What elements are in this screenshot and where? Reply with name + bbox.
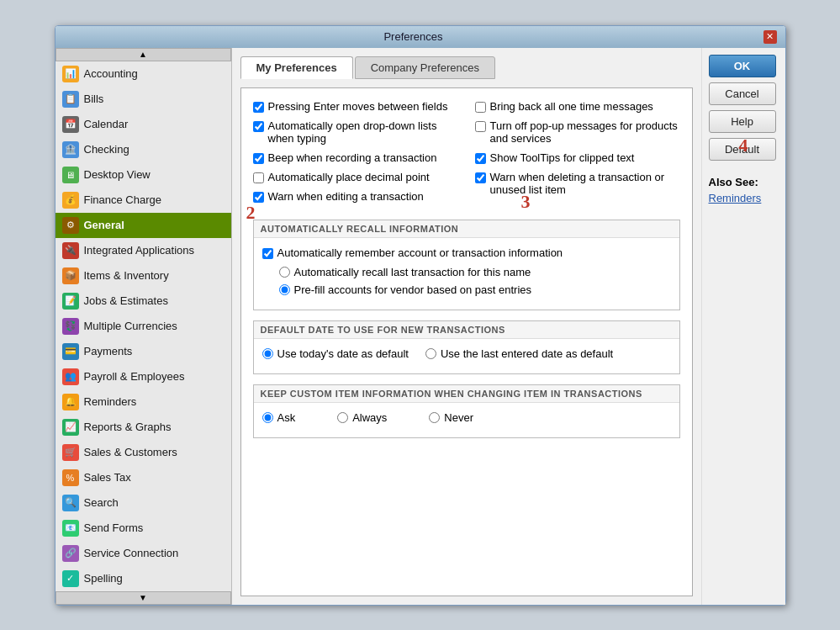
sidebar-item-bills[interactable]: 📋 Bills bbox=[55, 87, 231, 112]
tabs: My Preferences Company Preferences bbox=[240, 56, 693, 79]
sidebar-icon: 📊 bbox=[62, 66, 79, 82]
main-content: My Preferences Company Preferences Press… bbox=[232, 48, 701, 605]
sidebar-icon: 🔌 bbox=[62, 242, 79, 259]
sidebar-item-send-forms[interactable]: 📧 Send Forms bbox=[55, 516, 231, 541]
sidebar-item-label: Spelling bbox=[84, 572, 123, 585]
sidebar-icon: 💳 bbox=[62, 343, 79, 360]
tab-company-preferences[interactable]: Company Preferences bbox=[355, 56, 495, 79]
help-button[interactable]: Help bbox=[709, 110, 776, 133]
sidebar-icon: 💰 bbox=[62, 192, 79, 209]
pref-checkbox[interactable]: Beep when recording a transaction bbox=[253, 151, 458, 164]
date-radio[interactable]: Use today's date as default bbox=[262, 347, 409, 360]
sidebar-icon: 🖥 bbox=[62, 167, 79, 183]
pref-checkbox[interactable]: Bring back all one time messages bbox=[475, 100, 680, 113]
sidebar-item-general[interactable]: ⚙ General bbox=[55, 213, 231, 238]
sidebar-item-finance-charge[interactable]: 💰 Finance Charge bbox=[55, 188, 231, 213]
sidebar: ▲ 📊 Accounting 📋 Bills 📅 Calendar 🏦 Chec… bbox=[55, 48, 232, 605]
sidebar-icon: 📅 bbox=[62, 116, 79, 133]
default-date-title: DEFAULT DATE TO USE FOR NEW TRANSACTIONS bbox=[254, 321, 679, 339]
keep-custom-radio[interactable]: Ask bbox=[262, 411, 296, 424]
auto-remember-checkbox[interactable]: Automatically remember account or transa… bbox=[262, 246, 671, 259]
sidebar-item-label: Finance Charge bbox=[84, 193, 162, 206]
sidebar-item-spelling[interactable]: ✓ Spelling bbox=[55, 566, 231, 591]
content-area: Pressing Enter moves between fieldsAutom… bbox=[240, 87, 693, 596]
sidebar-item-checking[interactable]: 🏦 Checking bbox=[55, 137, 231, 162]
sidebar-item-service-connection[interactable]: 🔗 Service Connection bbox=[55, 541, 231, 566]
pref-checkbox[interactable]: Automatically place decimal point bbox=[253, 171, 458, 183]
sidebar-item-multiple-currencies[interactable]: 💱 Multiple Currencies bbox=[55, 314, 231, 339]
sidebar-item-sales-customers[interactable]: 🛒 Sales & Customers bbox=[55, 440, 231, 465]
pref-col-left: Pressing Enter moves between fieldsAutom… bbox=[253, 100, 458, 209]
also-see-title: Also See: bbox=[709, 176, 779, 188]
right-panel: OK Cancel Help Default Also See: Reminde… bbox=[701, 48, 785, 605]
title-bar: Preferences ✕ bbox=[55, 26, 785, 48]
sidebar-item-items-inventory[interactable]: 📦 Items & Inventory bbox=[55, 263, 231, 289]
sidebar-icon: 📧 bbox=[62, 520, 79, 537]
sidebar-scroll-up[interactable]: ▲ bbox=[55, 48, 231, 61]
sidebar-item-payroll-employees[interactable]: 👥 Payroll & Employees bbox=[55, 364, 231, 389]
sidebar-list: 📊 Accounting 📋 Bills 📅 Calendar 🏦 Checki… bbox=[55, 61, 231, 591]
annotation-2: 2 bbox=[246, 202, 256, 224]
sidebar-icon: % bbox=[62, 469, 79, 486]
keep-custom-section: KEEP CUSTOM ITEM INFORMATION WHEN CHANGI… bbox=[253, 384, 680, 438]
sidebar-item-calendar[interactable]: 📅 Calendar bbox=[55, 112, 231, 137]
date-radio[interactable]: Use the last entered date as default bbox=[425, 347, 613, 360]
tab-my-preferences[interactable]: My Preferences bbox=[240, 56, 353, 79]
close-button[interactable]: ✕ bbox=[763, 30, 777, 44]
sidebar-item-label: Search bbox=[84, 496, 119, 509]
sidebar-icon: 🔍 bbox=[62, 495, 79, 511]
sidebar-icon: 📝 bbox=[62, 293, 79, 310]
also-see: Also See: Reminders bbox=[709, 176, 779, 204]
sidebar-item-label: General bbox=[84, 219, 124, 231]
sidebar-scroll-down[interactable]: ▼ bbox=[55, 591, 231, 605]
sidebar-item-label: Items & Inventory bbox=[84, 269, 169, 282]
sidebar-item-label: Send Forms bbox=[84, 521, 144, 534]
sidebar-icon: 📋 bbox=[62, 91, 79, 108]
annotation-3: 3 bbox=[521, 191, 531, 213]
sidebar-item-accounting[interactable]: 📊 Accounting bbox=[55, 61, 231, 87]
sidebar-item-desktop-view[interactable]: 🖥 Desktop View bbox=[55, 162, 231, 188]
sidebar-item-label: Bills bbox=[84, 93, 104, 105]
sidebar-icon: 🔗 bbox=[62, 545, 79, 562]
keep-custom-radio[interactable]: Never bbox=[429, 411, 473, 424]
annotation-4: 4 bbox=[739, 135, 748, 156]
auto-recall-section: AUTOMATICALLY RECALL INFORMATION Automat… bbox=[253, 220, 680, 310]
sidebar-icon: 🔔 bbox=[62, 394, 79, 410]
auto-recall-radio[interactable]: Pre-fill accounts for vendor based on pa… bbox=[279, 283, 671, 296]
auto-recall-radio[interactable]: Automatically recall last transaction fo… bbox=[279, 266, 671, 278]
sidebar-icon: 📈 bbox=[62, 419, 79, 436]
dialog-body: ▲ 📊 Accounting 📋 Bills 📅 Calendar 🏦 Chec… bbox=[55, 48, 785, 605]
sidebar-item-label: Sales & Customers bbox=[84, 446, 177, 458]
cancel-button[interactable]: Cancel bbox=[709, 82, 776, 105]
sidebar-item-jobs-estimates[interactable]: 📝 Jobs & Estimates bbox=[55, 289, 231, 314]
sidebar-item-label: Reminders bbox=[84, 395, 137, 408]
sidebar-item-search[interactable]: 🔍 Search bbox=[55, 490, 231, 516]
default-date-section: DEFAULT DATE TO USE FOR NEW TRANSACTIONS… bbox=[253, 320, 680, 374]
keep-custom-radio[interactable]: Always bbox=[337, 411, 387, 424]
pref-col-right: Bring back all one time messagesTurn off… bbox=[475, 100, 680, 209]
sidebar-icon: 🏦 bbox=[62, 141, 79, 158]
sidebar-item-integrated-applications[interactable]: 🔌 Integrated Applications bbox=[55, 238, 231, 263]
pref-checkbox[interactable]: Warn when deleting a transaction or unus… bbox=[475, 171, 680, 196]
sidebar-item-label: Calendar bbox=[84, 118, 129, 130]
sidebar-item-label: Integrated Applications bbox=[84, 244, 195, 257]
sidebar-item-payments[interactable]: 💳 Payments bbox=[55, 339, 231, 364]
pref-checkbox[interactable]: Warn when editing a transaction bbox=[253, 190, 458, 203]
sidebar-item-label: Checking bbox=[84, 143, 129, 156]
pref-checkbox[interactable]: Show ToolTips for clipped text bbox=[475, 151, 680, 164]
pref-checkbox[interactable]: Pressing Enter moves between fields bbox=[253, 100, 458, 113]
sidebar-item-label: Payroll & Employees bbox=[84, 370, 185, 383]
sidebar-icon: ⚙ bbox=[62, 217, 79, 234]
auto-recall-title: AUTOMATICALLY RECALL INFORMATION bbox=[254, 220, 679, 238]
keep-custom-title: KEEP CUSTOM ITEM INFORMATION WHEN CHANGI… bbox=[254, 385, 679, 403]
ok-button[interactable]: OK bbox=[709, 55, 776, 77]
sidebar-item-reports-graphs[interactable]: 📈 Reports & Graphs bbox=[55, 415, 231, 440]
sidebar-item-label: Service Connection bbox=[84, 547, 179, 559]
sidebar-icon: 💱 bbox=[62, 318, 79, 335]
sidebar-item-reminders[interactable]: 🔔 Reminders bbox=[55, 389, 231, 415]
reminders-link[interactable]: Reminders bbox=[709, 192, 779, 204]
sidebar-item-sales-tax[interactable]: % Sales Tax bbox=[55, 465, 231, 490]
pref-checkbox[interactable]: Turn off pop-up messages for products an… bbox=[475, 119, 680, 145]
sidebar-item-label: Reports & Graphs bbox=[84, 421, 172, 433]
pref-checkbox[interactable]: Automatically open drop-down lists when … bbox=[253, 119, 458, 145]
